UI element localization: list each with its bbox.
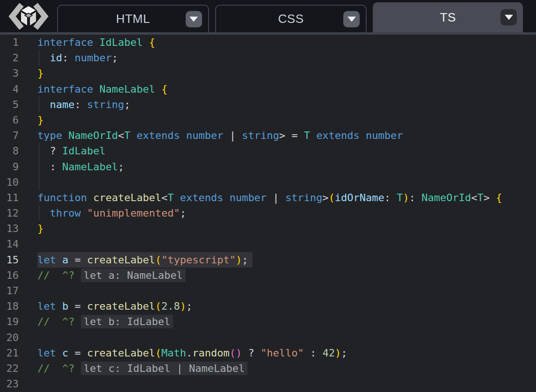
code-token: "unimplemented" (87, 207, 180, 219)
code-line[interactable]: 15let a = createLabel("typescript"); (0, 252, 536, 268)
code-editor[interactable]: 1interface IdLabel {2 id: number;3}4inte… (0, 35, 536, 392)
tab-dropdown-button[interactable] (343, 11, 360, 27)
code-line[interactable]: 20 (0, 330, 536, 345)
code-token: ; (186, 300, 192, 312)
code-token (155, 83, 161, 95)
code-token (223, 192, 229, 203)
line-number: 11 (0, 190, 19, 205)
code-line[interactable]: 3} (0, 65, 536, 81)
code-token: createLabel (93, 192, 161, 203)
code-token: = (68, 347, 87, 359)
code-line[interactable]: 13} (0, 221, 536, 236)
code-token: = (68, 254, 87, 266)
code-line[interactable]: 11function createLabel<T extends number … (0, 190, 536, 205)
chevron-down-icon (348, 16, 356, 22)
code-token (50, 363, 63, 374)
code-token (310, 130, 316, 141)
code-line[interactable]: 4interface NameLabel { (0, 81, 536, 97)
code-token (37, 207, 50, 219)
code-token: ^? (62, 363, 75, 374)
code-line[interactable]: 16// ^? let a: NameLabel (0, 268, 536, 283)
code-token: "hello" (261, 347, 304, 359)
code-token: T (397, 192, 403, 203)
tab-css[interactable]: CSS (215, 5, 367, 32)
line-number: 20 (0, 330, 19, 345)
code-token: createLabel (87, 254, 155, 266)
code-token: ( (155, 347, 161, 359)
code-line[interactable]: 9 : NameLabel; (0, 159, 536, 174)
code-token (56, 300, 62, 312)
code-token: ^? (62, 269, 75, 281)
line-number: 9 (0, 159, 19, 174)
code-token: ( (329, 192, 335, 203)
line-number: 5 (0, 97, 19, 112)
code-token: extends (180, 192, 224, 203)
code-token: interface (37, 36, 93, 48)
code-line[interactable]: 7type NameOrId<T extends number | string… (0, 128, 536, 143)
code-line[interactable]: 6} (0, 112, 536, 128)
tab-dropdown-button[interactable] (186, 11, 202, 27)
editor-tabs: HTMLCSSTS (57, 0, 536, 32)
code-line[interactable]: 19// ^? let b: IdLabel (0, 314, 536, 329)
code-line[interactable]: 23 (0, 376, 536, 392)
code-token: string (242, 130, 279, 141)
code-line[interactable]: 17 (0, 283, 536, 298)
type-query-result: let a: NameLabel (81, 269, 186, 282)
code-line[interactable]: 5 name: string; (0, 97, 536, 112)
code-token: { (161, 83, 167, 95)
line-code: : NameLabel; (37, 159, 124, 174)
code-line[interactable]: 22// ^? let c: IdLabel | NameLabel (0, 361, 536, 376)
code-token: ) (403, 192, 409, 203)
code-token: T (124, 130, 130, 141)
code-token: > = (279, 130, 304, 141)
code-token: < (118, 130, 124, 141)
line-number: 7 (0, 128, 19, 143)
code-token: ) (335, 347, 341, 359)
line-number: 22 (0, 361, 19, 376)
code-token: : (304, 347, 323, 359)
line-code: let b = createLabel(2.8); (37, 298, 192, 314)
code-token (56, 254, 62, 266)
tab-label: HTML (116, 12, 150, 26)
code-token (87, 192, 93, 203)
code-token: NameLabel (62, 161, 118, 173)
code-token: ; (341, 347, 347, 359)
tab-dropdown-button[interactable] (500, 9, 517, 26)
line-number: 12 (0, 205, 19, 221)
code-token: number (186, 130, 223, 141)
tab-ts[interactable]: TS (373, 2, 523, 32)
code-line[interactable]: 21let c = createLabel(Math.random() ? "h… (0, 345, 536, 361)
code-token: // (37, 363, 50, 374)
code-token: string (87, 99, 124, 110)
code-token: let (37, 347, 56, 359)
code-token: // (37, 269, 50, 281)
code-line[interactable]: 2 id: number; (0, 50, 536, 65)
code-token: < (471, 192, 477, 203)
code-token (180, 130, 186, 141)
code-line[interactable]: 12 throw "unimplemented"; (0, 205, 536, 221)
app-logo (0, 0, 57, 32)
tab-html[interactable]: HTML (57, 5, 209, 32)
code-token: . (186, 347, 192, 359)
code-token: interface (37, 83, 93, 95)
code-token: ) (236, 347, 242, 359)
line-code: interface NameLabel { (37, 81, 167, 97)
code-token: ( (155, 300, 161, 312)
code-token (75, 316, 81, 327)
code-token: ^? (62, 316, 75, 327)
code-line[interactable]: 10 (0, 174, 536, 190)
line-code: ? IdLabel (37, 143, 106, 159)
type-query-result: let c: IdLabel | NameLabel (81, 362, 247, 375)
code-token: createLabel (87, 347, 155, 359)
line-code: id: number; (37, 50, 118, 65)
line-number: 10 (0, 174, 19, 190)
code-token: 42 (322, 347, 335, 359)
code-token (56, 347, 62, 359)
line-number: 23 (0, 376, 19, 392)
code-line[interactable]: 18let b = createLabel(2.8); (0, 298, 536, 314)
code-token (81, 207, 87, 219)
code-line[interactable]: 14 (0, 236, 536, 252)
code-token: function (37, 192, 87, 203)
code-line[interactable]: 8 ? IdLabel (0, 143, 536, 159)
code-line[interactable]: 1interface IdLabel { (0, 35, 536, 50)
